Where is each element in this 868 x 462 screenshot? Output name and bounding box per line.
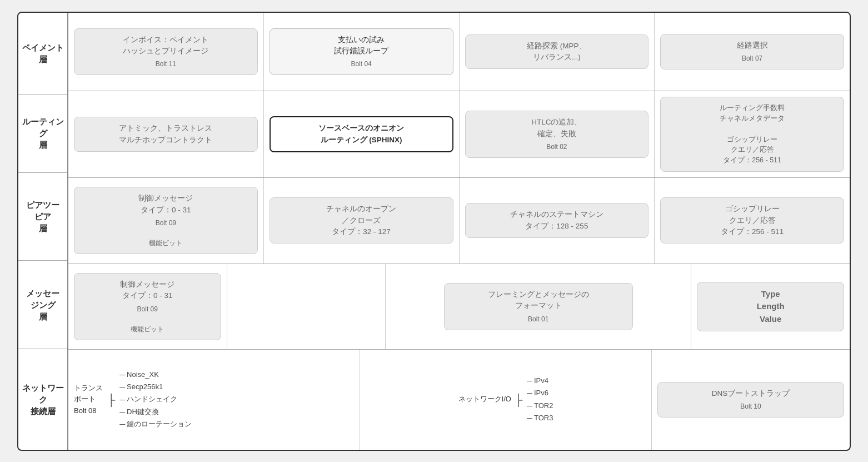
card-routing-fees-main: ルーティング手数料 チャネルメタデータ ゴシップリレー クエリ／応答 タイプ：2… <box>669 103 836 166</box>
card-payment-pathselect-main: 経路選択 <box>669 40 836 51</box>
network-io-branch-tor3: ─ TOR3 <box>527 412 553 424</box>
network-io-branch-ipv6: ─ IPv6 <box>527 387 553 399</box>
layer-label-routing: ルーティング 層 <box>18 95 67 173</box>
card-payment-pathselect-sub: Bolt 07 <box>669 53 836 63</box>
network-io-branch-tor2: ─ TOR2 <box>527 400 553 412</box>
cell-payment-3: 経路探索 (MPP、 リバランス...) <box>460 13 655 91</box>
card-messaging-tlv-main: Type Length Value <box>705 288 836 326</box>
card-payment-invoice: インボイス：ペイメント ハッシュとプリイメージ Bolt 11 <box>74 28 258 76</box>
cell-peer-4: ゴシップリレー クエリ／応答 タイプ：256 - 511 <box>655 178 850 264</box>
branch-label-ipv4: IPv4 <box>534 375 548 387</box>
network-io-tree: ネットワークI/O ├ ─ IPv4 ─ IPv6 ─ TO <box>366 375 646 425</box>
card-messaging-framing: フレーミングとメッセージの フォーマット Bolt 01 <box>444 283 633 330</box>
row-network: トランス ポート Bolt 08 ├ ─ Noise_XK ─ Secp256k… <box>68 350 850 449</box>
cell-peer-2: チャネルのオープン ／クローズ タイプ：32 - 127 <box>264 178 460 264</box>
card-peer-channel-open: チャネルのオープン ／クローズ タイプ：32 - 127 <box>270 197 453 244</box>
card-messaging-control-main: 制御メッセージ タイプ：0 - 31 <box>82 279 213 302</box>
cell-messaging-empty <box>227 264 386 350</box>
transport-branch-secp: ─ Secp256k1 <box>119 381 192 393</box>
card-payment-pathfinding: 経路探索 (MPP、 リバランス...) <box>465 34 649 69</box>
card-messaging-control-sub: Bolt 09 機能ビット <box>82 304 213 334</box>
branch-connector-2: ─ <box>119 381 125 393</box>
cell-payment-2: 支払いの試み 試行錯誤ループ Bolt 04 <box>264 13 460 91</box>
branch-connector-tor2: ─ <box>527 400 532 412</box>
branch-label-dh: DH鍵交換 <box>127 406 159 418</box>
card-peer-gossip: ゴシップリレー クエリ／応答 タイプ：256 - 511 <box>660 197 844 244</box>
layer-label-payment: ペイメント 層 <box>18 13 67 95</box>
transport-branch-noise: ─ Noise_XK <box>119 369 192 381</box>
card-routing-sphinx-main: ソースベースのオニオン ルーティング (SPHINX) <box>278 123 445 146</box>
card-routing-htlc-main: HTLCの追加、 確定、失敗 <box>473 117 641 140</box>
cell-peer-3: チャネルのステートマシン タイプ：128 - 255 <box>460 178 655 264</box>
transport-branches: ─ Noise_XK ─ Secp256k1 ─ ハンドシェイク ─ <box>119 369 192 431</box>
card-payment-pathfinding-main: 経路探索 (MPP、 リバランス...) <box>473 41 641 63</box>
cell-messaging-tlv: Type Length Value <box>691 264 850 350</box>
network-io-label: ネットワークI/O <box>458 394 511 405</box>
layer-label-network: ネットワーク 接続層 <box>18 349 67 449</box>
card-peer-control: 制御メッセージ タイプ：0 - 31 Bolt 09 機能ビット <box>74 187 258 254</box>
branch-label-handshake: ハンドシェイク <box>127 394 177 405</box>
card-payment-pathselect: 経路選択 Bolt 07 <box>660 34 844 69</box>
row-peer: 制御メッセージ タイプ：0 - 31 Bolt 09 機能ビット チャネルのオー… <box>68 178 850 264</box>
network-io-branches: ─ IPv4 ─ IPv6 ─ TOR2 ─ T <box>527 375 553 425</box>
layer-labels: ペイメント 層 ルーティング 層 ピアツー ピア 層 メッセー ジング 層 ネッ… <box>18 13 68 450</box>
card-routing-fees: ルーティング手数料 チャネルメタデータ ゴシップリレー クエリ／応答 タイプ：2… <box>660 97 844 172</box>
card-routing-atomic-main: アトミック、トラストレス マルチホップコントラクト <box>82 123 250 146</box>
card-peer-channel-open-main: チャネルのオープン ／クローズ タイプ：32 - 127 <box>278 203 445 237</box>
row-payment: インボイス：ペイメント ハッシュとプリイメージ Bolt 11 支払いの試み 試… <box>68 13 850 92</box>
card-network-dns-sub: Bolt 10 <box>666 401 836 411</box>
cell-network-dns: DNSブートストラップ Bolt 10 <box>652 350 850 449</box>
transport-main-label: トランス ポート Bolt 08 <box>74 382 103 417</box>
row-messaging: 制御メッセージ タイプ：0 - 31 Bolt 09 機能ビット フレーミングと… <box>68 264 850 350</box>
network-io-branch-ipv4: ─ IPv4 <box>527 375 553 387</box>
cell-network-io: ネットワークI/O ├ ─ IPv4 ─ IPv6 ─ TO <box>360 350 652 449</box>
branch-label-rotation: 鍵のローテーション <box>127 419 192 430</box>
card-peer-control-sub: Bolt 09 機能ビット <box>82 218 250 248</box>
cell-routing-3: HTLCの追加、 確定、失敗 Bolt 02 <box>460 91 655 177</box>
cell-network-transport: トランス ポート Bolt 08 ├ ─ Noise_XK ─ Secp256k… <box>68 350 360 449</box>
branch-label-tor2: TOR2 <box>534 400 553 412</box>
branch-connector-tor3: ─ <box>527 412 532 424</box>
card-messaging-control: 制御メッセージ タイプ：0 - 31 Bolt 09 機能ビット <box>74 273 221 340</box>
cell-payment-4: 経路選択 Bolt 07 <box>655 13 850 91</box>
card-payment-attempt-main: 支払いの試み 試行錯誤ループ <box>278 34 445 57</box>
branch-label-secp: Secp256k1 <box>127 381 163 393</box>
transport-branch-handshake: ─ ハンドシェイク <box>119 394 192 406</box>
cell-messaging-1: 制御メッセージ タイプ：0 - 31 Bolt 09 機能ビット <box>68 264 227 350</box>
transport-branch-dh: ─ DH鍵交換 <box>119 406 192 418</box>
card-peer-control-main: 制御メッセージ タイプ：0 - 31 <box>82 193 250 216</box>
cell-routing-4: ルーティング手数料 チャネルメタデータ ゴシップリレー クエリ／応答 タイプ：2… <box>655 91 850 177</box>
card-peer-gossip-main: ゴシップリレー クエリ／応答 タイプ：256 - 511 <box>669 203 836 237</box>
card-routing-sphinx: ソースベースのオニオン ルーティング (SPHINX) <box>270 116 453 152</box>
cell-payment-1: インボイス：ペイメント ハッシュとプリイメージ Bolt 11 <box>68 13 264 91</box>
content-area: インボイス：ペイメント ハッシュとプリイメージ Bolt 11 支払いの試み 試… <box>68 13 850 450</box>
card-routing-atomic: アトミック、トラストレス マルチホップコントラクト <box>74 117 258 152</box>
layer-label-messaging: メッセー ジング 層 <box>18 261 67 349</box>
card-peer-statemachine-main: チャネルのステートマシン タイプ：128 - 255 <box>473 209 641 232</box>
card-messaging-tlv: Type Length Value <box>697 282 844 332</box>
diagram-wrapper: ペイメント 層 ルーティング 層 ピアツー ピア 層 メッセー ジング 層 ネッ… <box>17 12 851 451</box>
card-payment-invoice-sub: Bolt 11 <box>82 59 250 69</box>
row-routing: アトミック、トラストレス マルチホップコントラクト ソースベースのオニオン ルー… <box>68 91 850 178</box>
branch-label-tor3: TOR3 <box>534 413 553 424</box>
card-network-dns: DNSブートストラップ Bolt 10 <box>657 382 844 418</box>
cell-routing-1: アトミック、トラストレス マルチホップコントラクト <box>68 91 264 177</box>
card-peer-statemachine: チャネルのステートマシン タイプ：128 - 255 <box>465 203 649 238</box>
branch-connector-3: ─ <box>119 394 125 406</box>
branch-connector-5: ─ <box>119 418 125 430</box>
branch-connector-ipv4: ─ <box>527 375 532 387</box>
layer-label-peer: ピアツー ピア 層 <box>18 173 67 261</box>
card-routing-htlc: HTLCの追加、 確定、失敗 Bolt 02 <box>465 111 649 158</box>
card-messaging-framing-sub: Bolt 01 <box>452 314 625 324</box>
card-payment-attempt: 支払いの試み 試行錯誤ループ Bolt 04 <box>270 28 453 76</box>
card-payment-invoice-main: インボイス：ペイメント ハッシュとプリイメージ <box>82 34 250 57</box>
card-payment-attempt-sub: Bolt 04 <box>278 59 445 69</box>
cell-messaging-framing: フレーミングとメッセージの フォーマット Bolt 01 <box>386 264 691 350</box>
transport-branch-rotation: ─ 鍵のローテーション <box>119 418 192 430</box>
branch-label-noise: Noise_XK <box>127 369 159 381</box>
card-network-dns-main: DNSブートストラップ <box>666 388 836 399</box>
transport-tree: トランス ポート Bolt 08 ├ ─ Noise_XK ─ Secp256k… <box>74 369 354 431</box>
cell-routing-2: ソースベースのオニオン ルーティング (SPHINX) <box>264 91 460 177</box>
cell-peer-1: 制御メッセージ タイプ：0 - 31 Bolt 09 機能ビット <box>68 178 264 264</box>
branch-connector-ipv6: ─ <box>527 387 532 399</box>
